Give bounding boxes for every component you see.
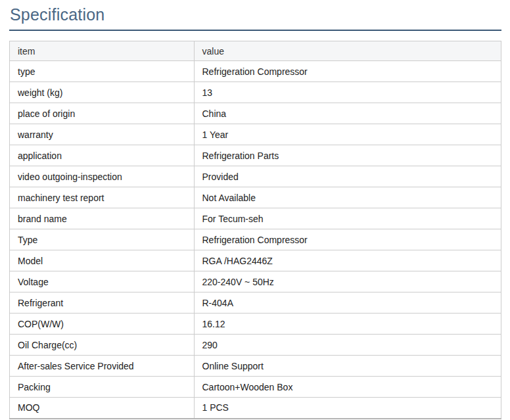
value-cell: R-404A (194, 292, 501, 314)
table-row: application Refrigeration Parts (10, 145, 501, 166)
table-row: Oil Charge(cc) 290 (10, 335, 501, 356)
item-cell: Model (10, 250, 195, 271)
item-cell: machinery test report (10, 187, 195, 208)
table-row: MOQ 1 PCS (10, 398, 501, 419)
item-cell: MOQ (10, 398, 195, 419)
column-header-item: item (10, 41, 195, 61)
value-cell: Online Support (194, 356, 501, 377)
value-cell: 220-240V ~ 50Hz (194, 271, 501, 292)
table-row: weight (kg) 13 (10, 82, 501, 103)
item-cell: COP(W/W) (10, 314, 195, 335)
value-cell: 1 PCS (194, 398, 501, 419)
value-cell: China (194, 103, 501, 124)
table-row: warranty 1 Year (10, 124, 501, 145)
item-cell: place of origin (10, 103, 195, 124)
table-header-row: item value (10, 41, 501, 61)
table-row: Packing Cartoon+Wooden Box (10, 377, 501, 398)
value-cell: 1 Year (194, 124, 501, 145)
item-cell: brand name (10, 208, 195, 229)
table-row: After-sales Service Provided Online Supp… (10, 356, 501, 377)
item-cell: Refrigerant (10, 292, 195, 314)
value-cell: 13 (194, 82, 501, 103)
table-row: place of origin China (10, 103, 501, 124)
value-cell: RGA /HAG2446Z (194, 250, 501, 271)
item-cell: Type (10, 229, 195, 250)
value-cell: Not Available (194, 187, 501, 208)
item-cell: video outgoing-inspection (10, 166, 195, 187)
specification-table: item value type Refrigeration Compressor… (9, 41, 501, 419)
value-cell: Refrigeration Compressor (194, 61, 501, 82)
item-cell: Packing (10, 377, 195, 398)
table-row: type Refrigeration Compressor (10, 61, 501, 82)
table-row: COP(W/W) 16.12 (10, 314, 501, 335)
value-cell: 16.12 (194, 314, 501, 335)
value-cell: For Tecum-seh (194, 208, 501, 229)
table-row: Refrigerant R-404A (10, 292, 501, 314)
specification-page: Specification item value type Refrigerat… (0, 0, 510, 420)
item-cell: Voltage (10, 271, 195, 292)
table-row: Type Refrigeration Compressor (10, 229, 501, 250)
value-cell: Refrigeration Compressor (194, 229, 501, 250)
value-cell: 290 (194, 335, 501, 356)
column-header-value: value (194, 41, 501, 61)
page-title: Specification (10, 5, 501, 24)
item-cell: application (10, 145, 195, 166)
table-row: Voltage 220-240V ~ 50Hz (10, 271, 501, 292)
item-cell: After-sales Service Provided (10, 356, 195, 377)
value-cell: Refrigeration Parts (194, 145, 501, 166)
table-row: brand name For Tecum-seh (10, 208, 501, 229)
item-cell: weight (kg) (10, 82, 195, 103)
table-body: type Refrigeration Compressor weight (kg… (10, 61, 501, 419)
value-cell: Cartoon+Wooden Box (194, 377, 501, 398)
title-divider (9, 30, 501, 31)
item-cell: Oil Charge(cc) (10, 335, 195, 356)
table-row: Model RGA /HAG2446Z (10, 250, 501, 271)
item-cell: warranty (10, 124, 195, 145)
table-row: video outgoing-inspection Provided (10, 166, 501, 187)
value-cell: Provided (194, 166, 501, 187)
table-row: machinery test report Not Available (10, 187, 501, 208)
item-cell: type (10, 61, 195, 82)
